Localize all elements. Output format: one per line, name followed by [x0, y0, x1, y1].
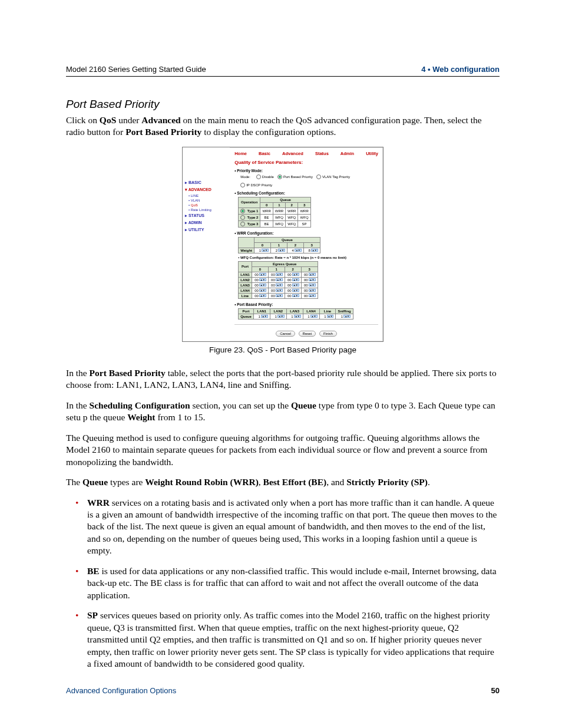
egress-head: Egress Queue [252, 261, 318, 266]
wfq-cell[interactable]: 00▲▼ [252, 293, 268, 298]
mode-row: Mode: Disable Port Based Priority VLAN T… [234, 174, 378, 187]
label: BASIC [189, 180, 201, 185]
text: Click on [66, 115, 100, 125]
row-label: LAN1 [239, 272, 252, 277]
sidebar-utility[interactable]: ▸ UTILITY [183, 226, 230, 233]
wfq-cell[interactable]: 00▲▼ [268, 282, 285, 288]
q3: 3 [298, 202, 310, 207]
nav-utility[interactable]: Utility [366, 151, 378, 156]
weight-1[interactable]: 2▲▼ [270, 248, 287, 253]
cell: BE [260, 220, 273, 227]
figure-caption: Figure 23. QoS - Port Based Priority pag… [66, 345, 500, 354]
table-row: LAN400▲▼00▲▼00▲▼00▲▼ [239, 288, 318, 293]
label: Type 3 [247, 222, 259, 225]
weight-0[interactable]: 1▲▼ [254, 248, 271, 253]
sidebar-admin[interactable]: ▸ ADMIN [183, 219, 230, 226]
wfq-cell[interactable]: 00▲▼ [252, 282, 268, 288]
label: Port Based Priority [283, 174, 313, 178]
q1: 1 [270, 242, 287, 248]
wfq-cell[interactable]: 00▲▼ [285, 288, 301, 293]
pbp-line[interactable]: 1▲▼ [319, 314, 336, 319]
label: ADVANCED [189, 187, 211, 192]
footer-section: Advanced Configuration Options [66, 686, 176, 695]
reset-button[interactable]: Reset [299, 331, 316, 337]
cell: SP [298, 220, 310, 227]
qos-screenshot: ▸ BASIC ▾ ADVANCED LINE VLAN QoS Rate Li… [182, 147, 384, 342]
weight-3[interactable]: 8▲▼ [303, 248, 320, 253]
sidebar-status[interactable]: ▸ STATUS [183, 212, 230, 219]
sidebar-item-line[interactable]: LINE [183, 193, 230, 198]
sidebar-item-rate-limiting[interactable]: Rate Limiting [183, 207, 230, 212]
pbp-head: Port Based Priority: [234, 302, 378, 307]
cell: WFQ [298, 214, 310, 220]
type2-radio[interactable] [240, 215, 245, 220]
pbp-sniffing[interactable]: 1▲▼ [336, 314, 353, 319]
wfq-table: Port Egress Queue 0 1 2 3 LAN100▲▼00▲▼00… [238, 261, 318, 299]
pbp-lan2[interactable]: 1▲▼ [270, 314, 286, 319]
wfq-cell[interactable]: 00▲▼ [268, 288, 285, 293]
wfq-cell[interactable]: 00▲▼ [285, 272, 301, 277]
wfq-cell[interactable]: 00▲▼ [301, 272, 318, 277]
mode-port-based[interactable]: Port Based Priority [277, 174, 313, 179]
wfq-cell[interactable]: 00▲▼ [268, 277, 285, 282]
wfq-cell[interactable]: 00▲▼ [301, 293, 318, 298]
finish-button[interactable]: Finish [319, 331, 337, 337]
sidebar-item-qos[interactable]: QoS [183, 203, 230, 207]
q0: 0 [260, 202, 273, 207]
wfq-note: WFQ Configuration: Rate = n * 1024 kbps … [238, 256, 378, 259]
nav-basic[interactable]: Basic [259, 151, 270, 156]
col-lan1: LAN1 [253, 308, 270, 314]
divider [234, 324, 378, 325]
label: ADMIN [189, 220, 202, 225]
row-label: LAN3 [239, 282, 252, 288]
label: Disable [262, 174, 274, 178]
row-label: Line [239, 293, 252, 298]
pbp-lan3[interactable]: 1▲▼ [286, 314, 303, 319]
mode-disable[interactable]: Disable [256, 174, 274, 179]
wfq-cell[interactable]: 00▲▼ [285, 277, 301, 282]
q2: 2 [285, 266, 301, 272]
wfq-cell[interactable]: 00▲▼ [252, 277, 268, 282]
cell: WRR [260, 207, 273, 214]
q0: 0 [252, 266, 268, 272]
nav-home[interactable]: Home [234, 151, 247, 156]
type3-radio[interactable] [240, 222, 245, 226]
wfq-cell[interactable]: 00▲▼ [268, 293, 285, 298]
wfq-cell[interactable]: 00▲▼ [285, 282, 301, 288]
page-number: 50 [491, 686, 500, 695]
wfq-cell[interactable]: 00▲▼ [252, 288, 268, 293]
type1-radio[interactable] [240, 209, 245, 213]
label: VLAN Tag Priority [322, 174, 350, 178]
sidebar-advanced[interactable]: ▾ ADVANCED [183, 186, 230, 193]
pbp-lan4[interactable]: 1▲▼ [303, 314, 319, 319]
text: under [116, 115, 141, 125]
priority-mode-head: Priority Mode: [234, 169, 378, 173]
list-item: BE is used for data applications or any … [78, 565, 500, 601]
table-row: Type 3 BE WFQ WFQ SP [239, 220, 311, 227]
wfq-cell[interactable]: 00▲▼ [268, 272, 285, 277]
row-label: LAN2 [239, 277, 252, 282]
weight-2[interactable]: 4▲▼ [287, 248, 303, 253]
list-item: SP services queues based on priority onl… [78, 610, 500, 670]
mode-vlan-tag[interactable]: VLAN Tag Priority [316, 174, 350, 179]
q2: 2 [286, 202, 298, 207]
paragraph: In the Scheduling Configuration section,… [66, 400, 500, 424]
mode-ip-dscp[interactable]: IP DSCP Priority [240, 183, 272, 187]
table-row: Weight 1▲▼ 2▲▼ 4▲▼ 8▲▼ [239, 248, 320, 253]
pbp-lan1[interactable]: 1▲▼ [253, 314, 270, 319]
cancel-button[interactable]: Cancel [276, 331, 295, 337]
wfq-cell[interactable]: 00▲▼ [301, 288, 318, 293]
label: Type 1 [247, 209, 259, 212]
wfq-cell[interactable]: 00▲▼ [301, 282, 318, 288]
main-panel: Home Basic Advanced Status Admin Utility… [230, 147, 383, 341]
wfq-cell[interactable]: 00▲▼ [301, 277, 318, 282]
nav-advanced[interactable]: Advanced [282, 151, 303, 156]
sidebar: ▸ BASIC ▾ ADVANCED LINE VLAN QoS Rate Li… [183, 147, 230, 341]
sidebar-basic[interactable]: ▸ BASIC [183, 179, 230, 186]
nav-admin[interactable]: Admin [340, 151, 354, 156]
nav-status[interactable]: Status [315, 151, 329, 156]
wfq-cell[interactable]: 00▲▼ [252, 272, 268, 277]
sidebar-item-vlan[interactable]: VLAN [183, 198, 230, 203]
wfq-cell[interactable]: 00▲▼ [285, 293, 301, 298]
table-row: Line00▲▼00▲▼00▲▼00▲▼ [239, 293, 318, 298]
